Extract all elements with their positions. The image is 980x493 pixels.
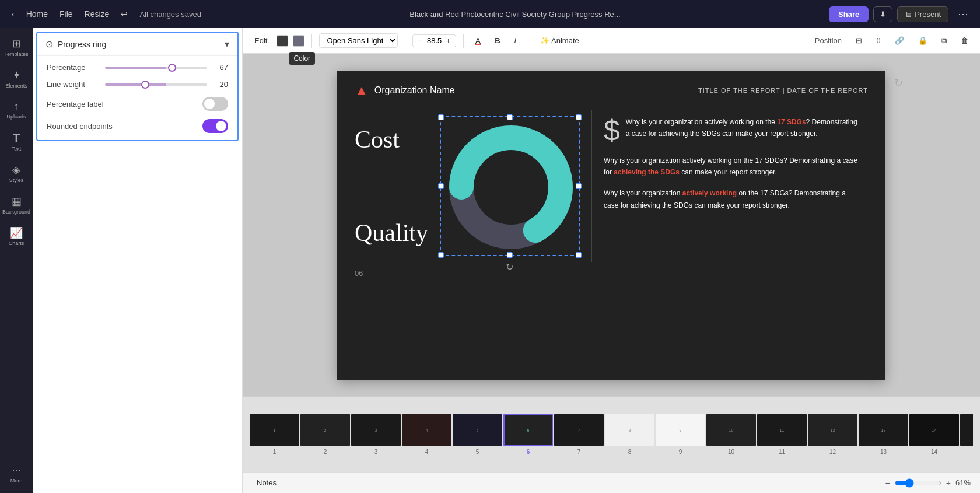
percentage-slider[interactable] <box>105 67 207 69</box>
sidebar-item-templates[interactable]: ⊞ Templates <box>2 33 31 62</box>
filmstrip-item-15[interactable]: 15 15 <box>960 414 973 455</box>
color-swatch-dark[interactable] <box>276 35 288 47</box>
filmstrip-item-3[interactable]: 3 3 <box>351 414 401 455</box>
separator-3 <box>463 34 464 48</box>
font-size-value: 88.5 <box>426 36 443 45</box>
handle-tr[interactable] <box>576 114 582 120</box>
page-number: 06 <box>355 269 363 278</box>
percentage-label: Percentage <box>47 63 99 72</box>
filmstrip-item-10[interactable]: 10 10 <box>706 414 756 455</box>
bold-button[interactable]: B <box>490 34 505 47</box>
progress-ring-svg[interactable] <box>441 117 581 257</box>
share-button[interactable]: Share <box>829 6 869 22</box>
filmstrip-item-11[interactable]: 11 11 <box>757 414 807 455</box>
sidebar-item-uploads[interactable]: ↑ Uploads <box>2 96 31 124</box>
elements-icon: ✦ <box>12 69 21 82</box>
filmstrip: 1 1 2 2 3 <box>243 396 980 472</box>
position-button[interactable]: Position <box>810 34 846 47</box>
filmstrip-item-4[interactable]: 4 4 <box>402 414 452 455</box>
sidebar-item-more[interactable]: ··· More <box>2 460 31 488</box>
percentage-label-toggle-label: Percentage label <box>47 100 104 109</box>
right-text-3: Why is your organization actively workin… <box>604 187 862 211</box>
line-weight-label: Line weight <box>47 80 99 89</box>
separator-2 <box>405 34 405 48</box>
org-name: Organization Name <box>374 85 455 96</box>
sidebar-item-charts[interactable]: 📈 Charts <box>2 222 31 251</box>
animate-icon: ✨ <box>540 36 550 45</box>
uploads-icon: ↑ <box>14 100 19 113</box>
right-text-2: Why is your organization actively workin… <box>604 155 862 179</box>
align-button[interactable]: ⊞ <box>851 34 867 47</box>
text-color-button[interactable]: A <box>471 34 485 48</box>
color-tooltip: Color <box>289 52 315 65</box>
edit-button[interactable]: Edit <box>250 34 272 47</box>
doc-title: Black and Red Photocentric Civil Society… <box>410 10 620 19</box>
background-icon: ▦ <box>12 195 22 208</box>
more-icon: ··· <box>12 464 20 477</box>
dollar-icon: $ <box>604 116 620 145</box>
filmstrip-item-9[interactable]: 9 9 <box>656 414 705 455</box>
line-weight-value: 20 <box>212 80 228 89</box>
filmstrip-item-5[interactable]: 5 5 <box>453 414 502 455</box>
handle-tl[interactable] <box>438 114 444 120</box>
distribute-button[interactable]: ⁞⁞ <box>872 34 886 47</box>
handle-tm[interactable] <box>507 114 513 120</box>
rotate-handle[interactable]: ↻ <box>506 261 513 272</box>
italic-button[interactable]: I <box>510 34 522 47</box>
more-options-button[interactable]: ⋯ <box>953 5 973 23</box>
panel-dropdown-button[interactable]: ▾ <box>225 39 229 50</box>
rounded-endpoints-label: Rounded endpoints <box>47 122 113 131</box>
home-button[interactable]: Home <box>22 7 52 21</box>
handle-bl[interactable] <box>438 252 444 258</box>
progress-ring-icon: ⊙ <box>46 39 53 50</box>
quality-text: Quality <box>355 219 428 247</box>
sidebar-item-text[interactable]: T Text <box>2 127 31 156</box>
lock-button[interactable]: 🔒 <box>914 34 932 47</box>
color-swatch-light[interactable]: Color <box>293 35 304 47</box>
handle-bm[interactable] <box>507 252 513 258</box>
text-icon: T <box>13 131 20 145</box>
filmstrip-item-6[interactable]: 6 6 <box>503 414 553 455</box>
present-button[interactable]: 🖥 Present <box>897 6 949 22</box>
filmstrip-item-2[interactable]: 2 2 <box>300 414 350 455</box>
filmstrip-item-13[interactable]: 13 13 <box>859 414 908 455</box>
download-button[interactable]: ⬇ <box>873 6 892 22</box>
handle-lm[interactable] <box>438 183 444 189</box>
delete-button[interactable]: 🗑 <box>956 34 973 47</box>
file-button[interactable]: File <box>55 7 78 21</box>
save-status: All changes saved <box>139 10 201 19</box>
link-button[interactable]: 🔗 <box>890 34 909 47</box>
zoom-in-button[interactable]: + <box>946 478 951 488</box>
font-size-increase-button[interactable]: + <box>445 36 452 46</box>
sidebar-item-background[interactable]: ▦ Background <box>2 190 31 219</box>
line-weight-slider[interactable] <box>105 83 207 86</box>
rounded-endpoints-toggle[interactable] <box>202 119 228 133</box>
filmstrip-item-1[interactable]: 1 1 <box>250 414 299 455</box>
sidebar-item-styles[interactable]: ◈ Styles <box>2 159 31 188</box>
font-size-decrease-button[interactable]: − <box>416 36 424 46</box>
templates-icon: ⊞ <box>12 37 21 50</box>
filmstrip-item-7[interactable]: 7 7 <box>554 414 604 455</box>
zoom-out-button[interactable]: − <box>886 478 890 488</box>
separator-4 <box>528 34 528 48</box>
sync-icon[interactable]: ↻ <box>894 76 903 89</box>
resize-button[interactable]: Resize <box>80 7 114 21</box>
zoom-slider[interactable] <box>895 478 942 488</box>
percentage-label-toggle[interactable] <box>202 97 228 111</box>
filmstrip-item-12[interactable]: 12 12 <box>808 414 858 455</box>
sidebar-item-elements[interactable]: ✦ Elements <box>2 64 31 93</box>
styles-icon: ◈ <box>12 163 20 176</box>
slide-canvas: ▲ Organization Name TITLE OF THE REPORT … <box>337 71 886 380</box>
filmstrip-item-8[interactable]: 8 8 <box>605 414 654 455</box>
handle-rm[interactable] <box>576 183 582 189</box>
font-selector[interactable]: Open Sans Light <box>319 33 398 48</box>
filmstrip-item-14[interactable]: 14 14 <box>909 414 959 455</box>
duplicate-button[interactable]: ⧉ <box>937 34 951 48</box>
back-button[interactable]: ‹ <box>7 7 19 21</box>
animate-button[interactable]: ✨ Animate <box>536 34 584 47</box>
undo-button[interactable]: ↩ <box>116 7 132 21</box>
handle-br[interactable] <box>576 252 582 258</box>
right-text-1: Why is your organization actively workin… <box>626 116 862 140</box>
logo-icon: ▲ <box>355 82 369 99</box>
notes-button[interactable]: Notes <box>252 476 281 489</box>
